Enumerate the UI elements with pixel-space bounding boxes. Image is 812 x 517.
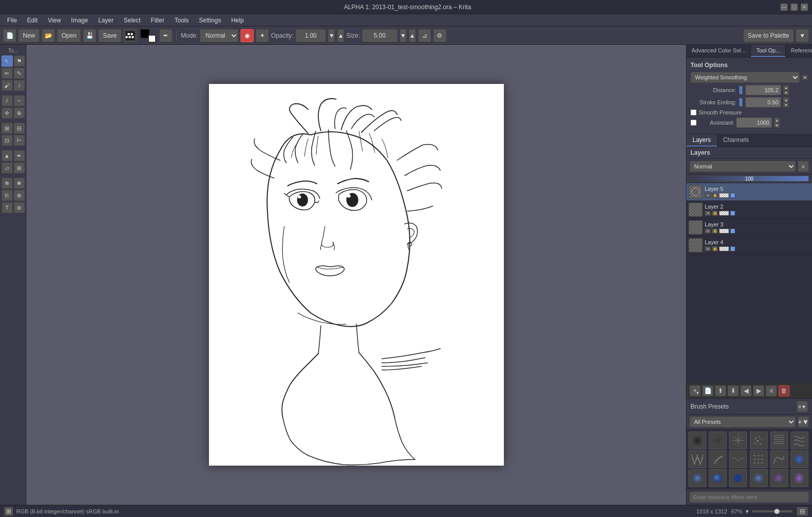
layer-item-2[interactable]: Layer 2 👁 🔒 (686, 201, 812, 219)
stroke-up-arrow[interactable]: ▲ (783, 97, 789, 102)
minimize-button[interactable]: — (780, 4, 788, 11)
status-icon[interactable]: ⊞ (4, 507, 13, 516)
menu-select[interactable]: Select (119, 16, 144, 25)
close-button[interactable]: ✕ (801, 4, 808, 11)
brush-lines2[interactable] (791, 432, 808, 449)
move-layer-up-btn[interactable]: ⬆ (715, 385, 726, 396)
tab-reference[interactable]: Reference I... (786, 45, 812, 57)
brush-dots-pattern[interactable] (750, 450, 768, 468)
drawing-canvas[interactable] (209, 84, 504, 466)
opacity-input[interactable] (295, 29, 326, 42)
anchor-tool[interactable]: ⊕ (14, 107, 25, 119)
layer-visibility-icon-4[interactable]: 👁 (705, 246, 711, 251)
save-button[interactable]: Save (98, 29, 121, 42)
window-controls[interactable]: — □ ✕ (780, 4, 808, 11)
opacity-up-icon[interactable]: ▲ (337, 29, 344, 42)
canvas-area[interactable] (26, 45, 686, 505)
brush-star[interactable] (729, 432, 747, 449)
menu-file[interactable]: File (3, 16, 21, 25)
stroke-down-arrow[interactable]: ▼ (783, 102, 789, 107)
assistant-up-arrow[interactable]: ▲ (774, 118, 780, 123)
layer-options-icon[interactable]: ≡ (798, 161, 809, 172)
brush-scatter[interactable] (750, 432, 768, 449)
menu-settings[interactable]: Settings (195, 16, 225, 25)
distance-input[interactable] (745, 85, 781, 95)
grid-tool-btn[interactable]: ⊞ (14, 162, 25, 174)
clone-tool-btn[interactable]: ⎘ (2, 190, 13, 201)
text-tool-btn[interactable]: T (2, 202, 13, 213)
add-brush-icon[interactable]: +▼ (798, 416, 809, 427)
brush-blue-dark[interactable] (729, 469, 747, 487)
menu-image[interactable]: Image (67, 16, 92, 25)
move-tool[interactable]: ✛ (2, 107, 13, 119)
layer-item-5[interactable]: Layer 5 👁 🔒 (686, 183, 812, 201)
background-color[interactable] (148, 35, 156, 43)
assistant-spinbox[interactable]: ▲ ▼ (774, 118, 780, 128)
flag-tool[interactable]: ⚑ (14, 55, 25, 67)
pencil-tool[interactable]: ✎ (14, 68, 25, 79)
distance-spinbox[interactable]: ▲ ▼ (783, 85, 789, 95)
menu-filter[interactable]: Filter (147, 16, 169, 25)
color-reset-icon[interactable]: ◉ (240, 29, 254, 42)
zoom-slider[interactable] (752, 510, 793, 512)
tab-tool-options[interactable]: Tool Op... (751, 45, 786, 57)
brush-dynamics-icon[interactable]: ⊿ (418, 29, 431, 42)
zoom-dropdown-icon[interactable]: ▼ (744, 508, 750, 514)
layer-lock-icon-4[interactable]: 🔒 (712, 246, 718, 251)
eraser-tool-btn[interactable]: ▱ (2, 162, 13, 174)
brush-curve1[interactable] (770, 450, 788, 468)
tab-layers[interactable]: Layers (686, 134, 717, 147)
layer-item-4[interactable]: Layer 4 👁 🔒 (686, 237, 812, 254)
palette-options-icon[interactable]: ▼ (796, 29, 809, 42)
smoothing-method-select[interactable]: Weighted Smoothing Basic Smoothing Stabi… (690, 72, 800, 83)
tab-advanced-color[interactable]: Advanced Color Sel... (686, 45, 751, 57)
size-input[interactable] (362, 29, 398, 42)
size-up-icon[interactable]: ▲ (409, 29, 416, 42)
zoom-slider-thumb[interactable] (774, 509, 779, 514)
resource-filter-input[interactable] (689, 492, 809, 503)
stroke-ending-input[interactable] (745, 97, 781, 107)
new-button[interactable]: New (18, 29, 40, 42)
dots-tool[interactable]: ⁞ (14, 80, 25, 91)
layer-item-3[interactable]: Layer 3 👁 🔒 (686, 219, 812, 237)
assistant-down-arrow[interactable]: ▼ (774, 123, 780, 128)
crop-tool-right[interactable]: ⊢ (14, 135, 25, 146)
brush-wave[interactable] (729, 450, 747, 468)
add-layer-btn[interactable]: + ▼ (689, 385, 701, 396)
eyedrop-tool[interactable]: ✒ (14, 150, 25, 161)
menu-edit[interactable]: Edit (23, 16, 42, 25)
tab-channels[interactable]: Channels (717, 134, 755, 147)
brush-zigzag[interactable] (688, 450, 706, 468)
move-layer-down-btn[interactable]: ⬇ (728, 385, 739, 396)
path-draw-tool[interactable]: / (2, 95, 13, 106)
stroke-spinbox[interactable]: ▲ ▼ (783, 97, 789, 107)
brush-extra[interactable] (791, 469, 808, 487)
brush-purple[interactable] (770, 469, 788, 487)
cursor-tool[interactable]: ↖ (2, 55, 13, 67)
menu-view[interactable]: View (44, 16, 65, 25)
tool-settings-icon[interactable]: ⚙ (433, 29, 446, 42)
curve-draw-tool[interactable]: ~ (14, 95, 25, 106)
layer-prev-btn[interactable]: ◀ (740, 385, 751, 396)
paint-tool[interactable]: ✏ (2, 68, 13, 79)
save-to-palette-button[interactable]: Save to Palette (743, 29, 794, 42)
new-doc-icon[interactable]: 📄 (3, 29, 16, 42)
layer-visibility-icon-2[interactable]: 👁 (705, 211, 711, 216)
transform-tool-left[interactable]: ⊞ (2, 123, 13, 134)
menu-layer[interactable]: Layer (94, 16, 117, 25)
status-options-btn[interactable]: ⊟ (797, 507, 808, 516)
assistant-input[interactable] (736, 118, 772, 128)
open-doc-icon[interactable]: 📂 (42, 29, 55, 42)
brush-filter-select[interactable]: All Presets Basic Ink (689, 416, 796, 427)
snow-tool[interactable]: ❄ (2, 178, 13, 189)
layer-opacity-bar[interactable]: 100 (689, 176, 809, 182)
brush-hard-round[interactable] (709, 432, 727, 449)
brush-calligraphy[interactable] (709, 450, 727, 468)
crop-tool-left[interactable]: ⊡ (2, 135, 13, 146)
color-pick-icon[interactable]: ✦ (256, 29, 269, 42)
stamp-tool[interactable]: ⊗ (14, 190, 25, 201)
maximize-button[interactable]: □ (791, 4, 798, 11)
menu-help[interactable]: Help (227, 16, 248, 25)
layer-visibility-icon-3[interactable]: 👁 (705, 228, 711, 234)
layer-lock-icon-5[interactable]: 🔒 (712, 193, 718, 198)
